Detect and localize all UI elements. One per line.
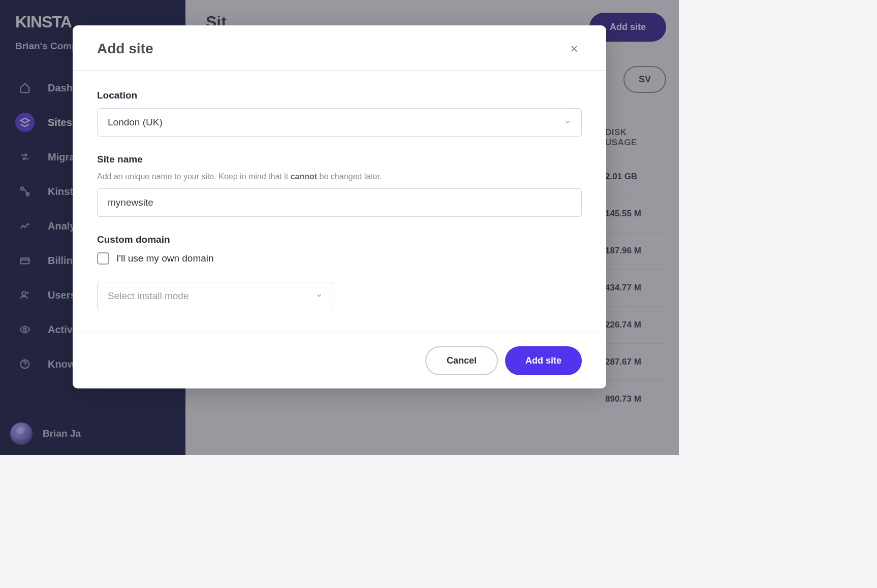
custom-domain-group: Custom domain I'll use my own domain: [97, 234, 582, 265]
site-name-group: Site name Add an unique name to your sit…: [97, 154, 582, 217]
modal-title: Add site: [97, 41, 153, 57]
location-label: Location: [97, 90, 582, 101]
add-site-button[interactable]: Add site: [505, 346, 582, 375]
site-name-hint: Add an unique name to your site. Keep in…: [97, 172, 582, 181]
chevron-down-icon: [316, 292, 323, 301]
add-site-modal: Add site Location London (UK) Site name …: [73, 25, 606, 388]
cancel-button[interactable]: Cancel: [425, 346, 498, 375]
own-domain-checkbox-row[interactable]: I'll use my own domain: [97, 252, 582, 265]
location-select[interactable]: London (UK): [97, 108, 582, 137]
modal-overlay[interactable]: Add site Location London (UK) Site name …: [0, 0, 679, 455]
own-domain-checkbox[interactable]: [97, 252, 109, 265]
location-value: London (UK): [108, 117, 163, 128]
modal-header: Add site: [73, 25, 606, 71]
modal-footer: Cancel Add site: [73, 333, 606, 388]
modal-body: Location London (UK) Site name Add an un…: [73, 71, 606, 333]
site-name-label: Site name: [97, 154, 582, 165]
chevron-down-icon: [564, 118, 571, 127]
location-group: Location London (UK): [97, 90, 582, 137]
site-name-input[interactable]: [97, 188, 582, 217]
install-mode-select[interactable]: Select install mode: [97, 282, 333, 310]
install-mode-placeholder: Select install mode: [108, 290, 189, 302]
own-domain-checkbox-label: I'll use my own domain: [116, 253, 214, 264]
custom-domain-label: Custom domain: [97, 234, 582, 245]
install-mode-group: Select install mode: [97, 282, 582, 310]
close-icon[interactable]: [567, 41, 582, 56]
